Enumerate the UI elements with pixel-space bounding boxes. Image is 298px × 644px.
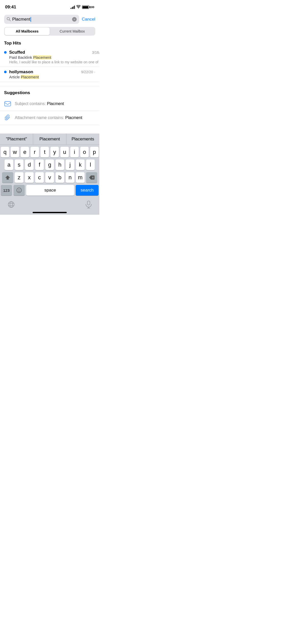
keyboard: q w e r t y u i o p a s d f g h j k l — [0, 145, 99, 199]
globe-icon[interactable] — [8, 201, 15, 210]
email-sender: hollymason — [9, 69, 33, 75]
emoji-key[interactable] — [13, 185, 25, 196]
segment-all-mailboxes[interactable]: All Mailboxes — [5, 27, 50, 35]
email-date: 9/22/20 — [81, 70, 93, 74]
status-time: 09:41 — [5, 5, 16, 10]
subject-before: Paid Backlink — [9, 55, 33, 60]
subject-highlight: Placement — [33, 55, 51, 60]
suggestion-text: Subject contains: Placment — [15, 101, 64, 106]
key-j[interactable]: j — [66, 159, 74, 170]
battery-percent: 100 — [90, 6, 94, 9]
key-t[interactable]: t — [40, 147, 49, 157]
email-sender: Scuffed — [9, 50, 25, 55]
home-indicator-row — [0, 211, 99, 215]
svg-point-6 — [18, 189, 19, 190]
cursor — [31, 17, 31, 22]
key-a[interactable]: a — [5, 159, 13, 170]
key-q[interactable]: q — [1, 147, 9, 157]
suggestions-title: Suggestions — [4, 90, 30, 95]
key-d[interactable]: d — [25, 159, 34, 170]
svg-rect-12 — [87, 201, 90, 205]
wifi-icon — [76, 5, 80, 9]
suggestion-keyword: Placment — [47, 101, 64, 106]
key-h[interactable]: h — [56, 159, 64, 170]
email-subject: Paid Backlink Placement — [9, 55, 99, 60]
autocomplete-bar: "Placment" Placement Placements — [0, 134, 99, 145]
key-c[interactable]: c — [35, 172, 44, 183]
suggestions-header: Suggestions — [0, 88, 99, 97]
key-n[interactable]: n — [66, 172, 74, 183]
key-e[interactable]: e — [21, 147, 29, 157]
key-k[interactable]: k — [76, 159, 85, 170]
key-z[interactable]: z — [15, 172, 23, 183]
key-p[interactable]: p — [90, 147, 99, 157]
key-b[interactable]: b — [56, 172, 64, 183]
key-i[interactable]: i — [70, 147, 79, 157]
chevron-right-icon: › — [94, 70, 95, 74]
suggestion-text: Attachment name contains: Placment — [15, 115, 82, 120]
key-v[interactable]: v — [45, 172, 54, 183]
key-u[interactable]: u — [60, 147, 69, 157]
keyboard-area: "Placment" Placement Placements q w e r … — [0, 134, 99, 215]
email-date: 3/16/22 — [92, 50, 99, 54]
status-bar: 09:41 100 — [0, 0, 99, 13]
backspace-key[interactable] — [86, 172, 97, 183]
key-y[interactable]: y — [50, 147, 59, 157]
divider — [0, 86, 99, 86]
suggestion-subject[interactable]: Subject contains: Placment — [0, 97, 99, 111]
search-input[interactable]: Placment — [12, 17, 71, 22]
search-bar[interactable]: Placment × — [4, 15, 79, 24]
svg-line-1 — [9, 20, 11, 21]
suggestion-attachment[interactable]: Attachment name contains: Placment — [0, 111, 99, 125]
search-query-text: Placment — [12, 17, 30, 22]
search-key[interactable]: search — [76, 185, 99, 196]
svg-rect-2 — [5, 101, 11, 106]
unread-dot — [4, 51, 7, 54]
microphone-icon[interactable] — [86, 201, 92, 210]
email-subject: Article Placement — [9, 75, 95, 79]
email-item[interactable]: Scuffed 3/16/22 › Paid Backlink Placemen… — [0, 47, 99, 67]
svg-point-9 — [10, 202, 12, 208]
numbers-key[interactable]: 123 — [1, 185, 12, 196]
key-row-2: a s d f g h j k l — [1, 159, 99, 170]
key-l[interactable]: l — [86, 159, 95, 170]
search-icon — [7, 17, 11, 22]
suggestion-label: Attachment name contains: — [15, 115, 65, 120]
top-hits-header: Top Hits — [0, 39, 99, 47]
key-g[interactable]: g — [45, 159, 54, 170]
svg-point-8 — [8, 202, 14, 208]
key-f[interactable]: f — [35, 159, 44, 170]
mail-icon — [4, 100, 11, 107]
space-key[interactable]: space — [26, 185, 74, 196]
segmented-control: All Mailboxes Current Mailbox — [4, 27, 95, 36]
svg-point-7 — [20, 189, 20, 190]
unread-dot — [4, 71, 7, 73]
email-item[interactable]: hollymason 9/22/20 › Article Placement — [0, 67, 99, 82]
email-meta: 9/22/20 › — [81, 70, 95, 74]
key-m[interactable]: m — [76, 172, 85, 183]
key-w[interactable]: w — [11, 147, 19, 157]
spacer — [0, 82, 99, 86]
shift-key[interactable] — [2, 172, 13, 183]
suggestion-label: Subject contains: — [15, 101, 47, 106]
key-s[interactable]: s — [15, 159, 23, 170]
key-row-4: 123 space search — [1, 185, 99, 196]
segment-current-mailbox[interactable]: Current Mailbox — [50, 27, 95, 35]
subject-before: Article — [9, 75, 21, 79]
autocomplete-item-2[interactable]: Placements — [66, 134, 99, 144]
paperclip-icon — [4, 114, 11, 121]
battery-icon: 100 — [82, 5, 94, 9]
email-meta: 3/16/22 › — [92, 50, 99, 54]
key-o[interactable]: o — [80, 147, 89, 157]
clear-button[interactable]: × — [72, 17, 77, 22]
search-bar-container: Placment × Cancel — [0, 13, 99, 26]
svg-point-5 — [17, 188, 22, 193]
autocomplete-item-0[interactable]: "Placment" — [0, 134, 33, 144]
suggestion-keyword: Placment — [65, 115, 82, 120]
top-hits-title: Top Hits — [4, 41, 21, 46]
signal-bars-icon — [71, 5, 75, 9]
key-r[interactable]: r — [31, 147, 39, 157]
cancel-button[interactable]: Cancel — [82, 17, 95, 22]
key-x[interactable]: x — [25, 172, 34, 183]
autocomplete-item-1[interactable]: Placement — [33, 134, 66, 144]
